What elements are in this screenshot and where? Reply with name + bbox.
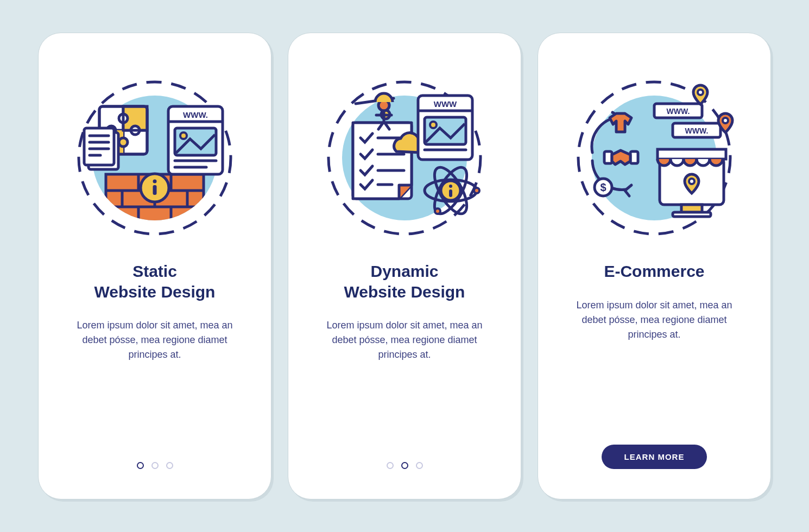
ecommerce-icon: $ WW — [573, 77, 736, 239]
onboarding-slide-1: WWW. Static Website Design Lorem ipsum d… — [38, 33, 271, 499]
dynamic-design-icon: WWW — [323, 77, 486, 239]
svg-point-36 — [180, 132, 187, 139]
svg-point-14 — [153, 180, 157, 183]
page-dot-2[interactable] — [401, 462, 408, 469]
onboarding-slide-3: $ WW — [538, 33, 771, 499]
svg-point-50 — [430, 122, 437, 128]
static-design-icon: WWW. — [73, 77, 236, 239]
svg-rect-69 — [658, 149, 726, 159]
slide-title: Dynamic Website Design — [344, 261, 465, 302]
pagination — [39, 462, 271, 469]
www-label: WWW. — [685, 126, 709, 135]
svg-point-58 — [474, 188, 479, 193]
svg-point-56 — [449, 185, 452, 188]
slide-body: Lorem ipsum dolor sit amet, mea an debet… — [570, 298, 738, 342]
page-dot-3[interactable] — [416, 462, 423, 469]
slide-title: E-Commerce — [604, 261, 704, 282]
slide-title: Static Website Design — [94, 261, 216, 302]
slide-body: Lorem ipsum dolor sit amet, mea an debet… — [71, 318, 239, 362]
pagination — [288, 462, 521, 469]
svg-point-24 — [119, 138, 128, 147]
www-label: WWW. — [667, 107, 690, 116]
www-label: WWW. — [183, 110, 208, 119]
page-dot-1[interactable] — [387, 462, 394, 469]
learn-more-button[interactable]: LEARN MORE — [602, 445, 707, 469]
page-dot-2[interactable] — [151, 462, 159, 469]
onboarding-slide-2: WWW Dynamic Website Design Lorem ipsum d… — [288, 33, 521, 499]
svg-point-73 — [698, 90, 703, 95]
slide-body: Lorem ipsum dolor sit amet, mea an debet… — [320, 318, 489, 362]
www-label: WWW — [434, 99, 457, 109]
page-dot-1[interactable] — [137, 462, 144, 469]
svg-point-70 — [689, 179, 694, 184]
svg-rect-15 — [153, 185, 157, 195]
svg-point-74 — [723, 118, 728, 123]
page-dot-3[interactable] — [166, 462, 173, 469]
svg-text:$: $ — [600, 181, 606, 193]
cta-row: LEARN MORE — [538, 445, 770, 469]
svg-rect-28 — [84, 128, 114, 165]
svg-rect-57 — [449, 189, 452, 197]
svg-point-59 — [435, 208, 440, 214]
svg-rect-68 — [673, 212, 711, 217]
